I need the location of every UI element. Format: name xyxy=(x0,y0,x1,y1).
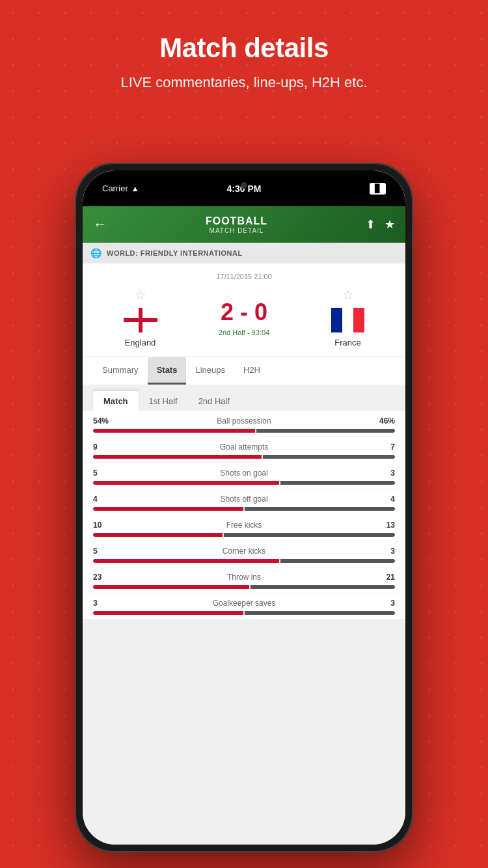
england-flag xyxy=(124,308,157,332)
main-subtitle: LIVE commentaries, line-ups, H2H etc. xyxy=(0,74,488,91)
stat-right-val-3: 4 xyxy=(390,495,395,504)
stat-labels-2: 5 Shots on goal 3 xyxy=(93,468,395,478)
stat-right-val-6: 21 xyxy=(386,573,395,582)
competition-bar: 🌐 WORLD: FRIENDLY INTERNATIONAL xyxy=(83,243,405,264)
stat-left-val-5: 5 xyxy=(93,547,98,556)
stat-right-val-4: 13 xyxy=(386,521,395,530)
bar-right-6 xyxy=(251,585,395,589)
bar-right-0 xyxy=(256,429,395,433)
match-teams: ☆ England 2 - 0 2nd Half - 93:04 ☆ xyxy=(93,287,395,347)
stat-bar-container-7 xyxy=(93,611,395,615)
match-datetime: 17/11/2015 21:00 xyxy=(93,273,395,280)
stat-name-0: Ball possession xyxy=(217,416,271,426)
stat-row: 4 Shots off goal 4 xyxy=(83,489,405,515)
match-score: 2 - 0 xyxy=(187,299,301,326)
stat-labels-6: 23 Throw ins 21 xyxy=(93,573,395,582)
stat-left-val-4: 10 xyxy=(93,521,102,530)
stat-left-val-0: 54% xyxy=(93,416,109,426)
favorite-button[interactable]: ★ xyxy=(385,217,395,232)
app-header: ← FOOTBALL MATCH DETAIL ⬆ ★ xyxy=(83,206,405,243)
battery-icon: ▊ xyxy=(370,183,386,195)
stat-left-val-6: 23 xyxy=(93,573,102,582)
stat-right-val-1: 7 xyxy=(390,442,395,452)
stat-labels-0: 54% Ball possession 46% xyxy=(93,416,395,426)
stat-left-val-7: 3 xyxy=(93,599,98,608)
main-title: Match details xyxy=(0,0,488,64)
stat-row: 3 Goalkeeper saves 3 xyxy=(83,593,405,619)
stat-name-4: Free kicks xyxy=(226,521,262,530)
bar-left-1 xyxy=(93,455,262,459)
away-favorite-icon[interactable]: ☆ xyxy=(342,287,354,303)
tab-stats[interactable]: Stats xyxy=(148,357,187,385)
sub-tab-match[interactable]: Match xyxy=(93,391,139,411)
stat-left-val-3: 4 xyxy=(93,495,98,504)
stat-bar-container-3 xyxy=(93,507,395,511)
stat-bar-container-0 xyxy=(93,429,395,433)
camera-dot xyxy=(241,182,247,189)
stat-name-1: Goal attempts xyxy=(220,442,269,452)
stat-name-3: Shots off goal xyxy=(220,495,267,504)
home-team-name: England xyxy=(125,338,156,347)
phone-content: ← FOOTBALL MATCH DETAIL ⬆ ★ 🌐 WORLD: FRI… xyxy=(83,206,405,845)
bar-left-2 xyxy=(93,481,279,485)
match-status: 2nd Half - 93:04 xyxy=(187,329,301,336)
stat-bar-container-4 xyxy=(93,533,395,537)
bar-left-6 xyxy=(93,585,249,589)
stat-name-6: Throw ins xyxy=(227,573,261,582)
bar-left-4 xyxy=(93,533,223,537)
match-score-area: 17/11/2015 21:00 ☆ England 2 - 0 2nd Hal… xyxy=(83,264,405,357)
home-favorite-icon[interactable]: ☆ xyxy=(135,287,146,303)
phone-inner: Carrier ▲ 4:30 PM ▊ ← FOOTBALL MATCH DET… xyxy=(83,170,405,845)
app-title: FOOTBALL xyxy=(206,215,267,227)
header-title-group: FOOTBALL MATCH DETAIL xyxy=(206,215,267,234)
stat-bar-container-6 xyxy=(93,585,395,589)
sub-tab-first-half[interactable]: 1st Half xyxy=(139,391,188,411)
stat-labels-3: 4 Shots off goal 4 xyxy=(93,495,395,504)
team-away: ☆ France xyxy=(301,287,395,347)
competition-flag: 🌐 xyxy=(90,248,102,258)
tab-h2h[interactable]: H2H xyxy=(234,357,269,385)
bar-right-2 xyxy=(280,481,395,485)
stat-name-2: Shots on goal xyxy=(220,468,267,478)
bar-left-5 xyxy=(93,559,279,563)
stat-labels-4: 10 Free kicks 13 xyxy=(93,521,395,530)
bar-right-4 xyxy=(224,533,395,537)
bar-left-0 xyxy=(93,429,255,433)
team-home: ☆ England xyxy=(93,287,187,347)
stat-bar-container-5 xyxy=(93,559,395,563)
bar-right-5 xyxy=(280,559,395,563)
away-team-name: France xyxy=(334,338,360,347)
bar-right-1 xyxy=(263,455,395,459)
stat-right-val-7: 3 xyxy=(390,599,395,608)
sub-tab-second-half[interactable]: 2nd Half xyxy=(188,391,240,411)
main-tabs: Summary Stats Lineups H2H xyxy=(83,357,405,385)
stat-row: 5 Shots on goal 3 xyxy=(83,463,405,489)
page-title-area: Match details LIVE commentaries, line-up… xyxy=(0,0,488,91)
stat-right-val-0: 46% xyxy=(379,416,395,426)
back-button[interactable]: ← xyxy=(93,216,107,233)
stat-labels-5: 5 Corner kicks 3 xyxy=(93,547,395,556)
share-button[interactable]: ⬆ xyxy=(366,217,375,232)
france-flag xyxy=(331,308,365,332)
tab-summary[interactable]: Summary xyxy=(93,357,148,385)
stat-labels-7: 3 Goalkeeper saves 3 xyxy=(93,599,395,608)
stat-right-val-2: 3 xyxy=(390,468,395,478)
stat-left-val-1: 9 xyxy=(93,442,98,452)
app-subtitle: MATCH DETAIL xyxy=(206,227,267,234)
stat-bar-container-2 xyxy=(93,481,395,485)
score-center: 2 - 0 2nd Half - 93:04 xyxy=(187,299,301,336)
stat-labels-1: 9 Goal attempts 7 xyxy=(93,442,395,452)
bar-right-7 xyxy=(245,611,395,615)
stat-row: 5 Corner kicks 3 xyxy=(83,541,405,567)
stat-row: 9 Goal attempts 7 xyxy=(83,437,405,463)
stat-right-val-5: 3 xyxy=(390,547,395,556)
wifi-icon: ▲ xyxy=(131,184,139,193)
stat-row: 54% Ball possession 46% xyxy=(83,411,405,437)
stat-name-7: Goalkeeper saves xyxy=(213,599,276,608)
stats-content: 54% Ball possession 46% 9 Goal attempts … xyxy=(83,411,405,619)
header-actions: ⬆ ★ xyxy=(366,217,395,232)
stat-left-val-2: 5 xyxy=(93,468,98,478)
stat-row: 23 Throw ins 21 xyxy=(83,567,405,593)
bar-left-3 xyxy=(93,507,243,511)
tab-lineups[interactable]: Lineups xyxy=(186,357,234,385)
